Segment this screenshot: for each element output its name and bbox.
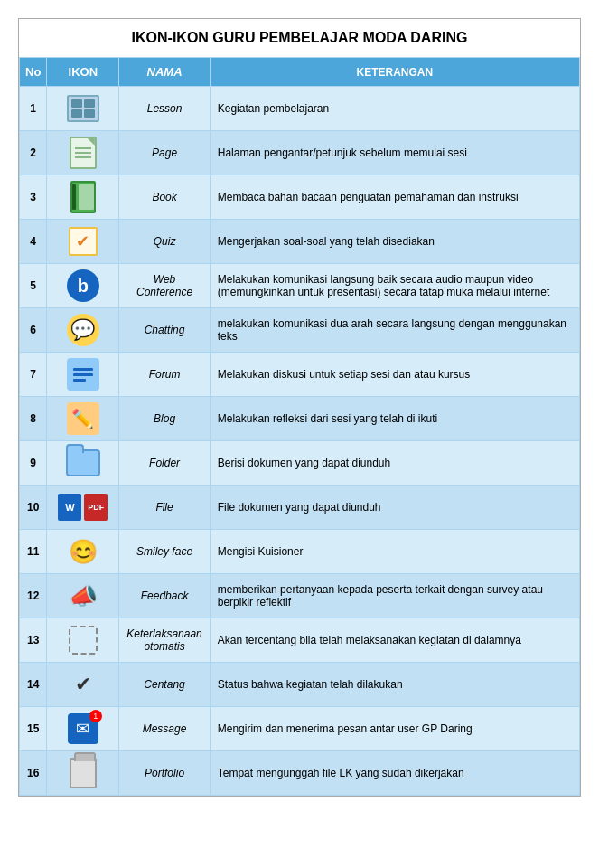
row-description: Akan tercentang bila telah melaksanakan … xyxy=(210,618,579,663)
quiz-icon: ✔ xyxy=(69,227,98,256)
blog-icon: ✏️ xyxy=(67,402,99,435)
row-icon-cell: 💬 xyxy=(47,308,119,353)
row-number: 12 xyxy=(20,574,47,618)
row-name: Smiley face xyxy=(119,530,210,574)
row-icon-cell: ✔ xyxy=(47,220,119,264)
header-ikon: IKON xyxy=(47,58,119,87)
row-icon-cell: ✏️ xyxy=(47,397,119,441)
portfolio-icon xyxy=(70,758,97,788)
row-number: 7 xyxy=(20,353,47,397)
row-number: 4 xyxy=(20,220,47,264)
table-row: 6 💬 Chatting melakukan komunikasi dua ar… xyxy=(20,308,580,353)
table-row: 7 Forum Melakukan diskusi untuk setiap s… xyxy=(20,353,580,397)
row-number: 15 xyxy=(20,707,47,751)
row-description: Mengisi Kuisioner xyxy=(210,530,579,574)
chatting-icon: 💬 xyxy=(67,314,99,346)
row-icon-cell: 📣 xyxy=(47,574,119,618)
page-title: IKON-IKON GURU PEMBELAJAR MODA DARING xyxy=(19,19,580,57)
row-description: Status bahwa kegiatan telah dilakukan xyxy=(210,663,579,707)
row-name: Blog xyxy=(119,397,210,441)
table-row: 1 Lesson Kegiatan pembelajaran xyxy=(20,87,580,131)
row-description: Kegiatan pembelajaran xyxy=(210,87,579,131)
row-number: 10 xyxy=(20,486,47,530)
row-description: Halaman pengantar/petunjuk sebelum memul… xyxy=(210,131,579,175)
row-name: Page xyxy=(119,131,210,175)
row-number: 16 xyxy=(20,751,47,796)
header-nama: NAMA xyxy=(119,58,210,87)
table-row: 13 Keterlaksanaan otomatis Akan tercenta… xyxy=(20,618,580,663)
table-header-row: No IKON NAMA KETERANGAN xyxy=(20,58,580,87)
row-description: File dokumen yang dapat diunduh xyxy=(210,486,579,530)
row-number: 9 xyxy=(20,441,47,486)
table-row: 4 ✔ Quiz Mengerjakan soal-soal yang tela… xyxy=(20,220,580,264)
row-description: Melakukan komunikasi langsung baik secar… xyxy=(210,264,579,308)
row-icon-cell: 😊 xyxy=(47,530,119,574)
table-row: 3 Book Membaca bahan bacaan penguatan pe… xyxy=(20,175,580,220)
row-icon-cell xyxy=(47,441,119,486)
smiley-icon: 😊 xyxy=(67,535,99,568)
row-name: File xyxy=(119,486,210,530)
row-number: 1 xyxy=(20,87,47,131)
row-name: Chatting xyxy=(119,308,210,353)
row-number: 13 xyxy=(20,618,47,663)
webconference-icon: b xyxy=(67,269,99,302)
row-name: Quiz xyxy=(119,220,210,264)
row-number: 2 xyxy=(20,131,47,175)
forum-icon xyxy=(67,358,99,391)
row-icon-cell xyxy=(47,353,119,397)
row-name: Forum xyxy=(119,353,210,397)
main-container: IKON-IKON GURU PEMBELAJAR MODA DARING No… xyxy=(18,18,581,797)
row-description: Mengerjakan soal-soal yang telah disedia… xyxy=(210,220,579,264)
table-row: 5 b Web Conference Melakukan komunikasi … xyxy=(20,264,580,308)
centang-icon: ✔ xyxy=(75,673,91,696)
row-number: 5 xyxy=(20,264,47,308)
row-name: Feedback xyxy=(119,574,210,618)
row-number: 6 xyxy=(20,308,47,353)
row-description: memberikan pertanyaan kepada peserta ter… xyxy=(210,574,579,618)
row-icon-cell xyxy=(47,751,119,796)
file-icon: W PDF xyxy=(58,494,108,521)
row-name: Book xyxy=(119,175,210,220)
row-icon-cell xyxy=(47,618,119,663)
row-icon-cell: b xyxy=(47,264,119,308)
row-description: Tempat mengunggah file LK yang sudah dik… xyxy=(210,751,579,796)
row-icon-cell xyxy=(47,87,119,131)
folder-icon xyxy=(66,449,100,476)
row-description: Melakukan refleksi dari sesi yang telah … xyxy=(210,397,579,441)
row-number: 11 xyxy=(20,530,47,574)
row-number: 14 xyxy=(20,663,47,707)
table-row: 9 Folder Berisi dokumen yang dapat diund… xyxy=(20,441,580,486)
lesson-icon xyxy=(67,95,99,122)
table-row: 2 Page Halaman pengantar/petunjuk sebelu… xyxy=(20,131,580,175)
row-icon-cell xyxy=(47,131,119,175)
message-icon: ✉ 1 xyxy=(68,713,98,744)
row-icon-cell: W PDF xyxy=(47,486,119,530)
row-description: Mengirim dan menerima pesan antar user G… xyxy=(210,707,579,751)
row-number: 3 xyxy=(20,175,47,220)
table-row: 8 ✏️ Blog Melakukan refleksi dari sesi y… xyxy=(20,397,580,441)
row-number: 8 xyxy=(20,397,47,441)
row-name: Lesson xyxy=(119,87,210,131)
row-name: Keterlaksanaan otomatis xyxy=(119,618,210,663)
auto-icon xyxy=(69,626,98,655)
table-row: 15 ✉ 1 Message Mengirim dan menerima pes… xyxy=(20,707,580,751)
header-no: No xyxy=(20,58,47,87)
row-icon-cell xyxy=(47,175,119,220)
icons-table: No IKON NAMA KETERANGAN 1 Lesson Kegiata… xyxy=(19,57,580,796)
row-description: melakukan komunikasi dua arah secara lan… xyxy=(210,308,579,353)
row-name: Web Conference xyxy=(119,264,210,308)
row-name: Centang xyxy=(119,663,210,707)
feedback-icon: 📣 xyxy=(67,580,99,612)
page-icon xyxy=(70,137,97,169)
header-keterangan: KETERANGAN xyxy=(210,58,579,87)
table-row: 14 ✔ Centang Status bahwa kegiatan telah… xyxy=(20,663,580,707)
book-icon xyxy=(70,181,96,213)
table-row: 11 😊 Smiley face Mengisi Kuisioner xyxy=(20,530,580,574)
table-row: 12 📣 Feedback memberikan pertanyaan kepa… xyxy=(20,574,580,618)
row-name: Folder xyxy=(119,441,210,486)
row-description: Berisi dokumen yang dapat diunduh xyxy=(210,441,579,486)
row-description: Membaca bahan bacaan penguatan pemahaman… xyxy=(210,175,579,220)
row-description: Melakukan diskusi untuk setiap sesi dan … xyxy=(210,353,579,397)
table-row: 16 Portfolio Tempat mengunggah file LK y… xyxy=(20,751,580,796)
row-name: Message xyxy=(119,707,210,751)
